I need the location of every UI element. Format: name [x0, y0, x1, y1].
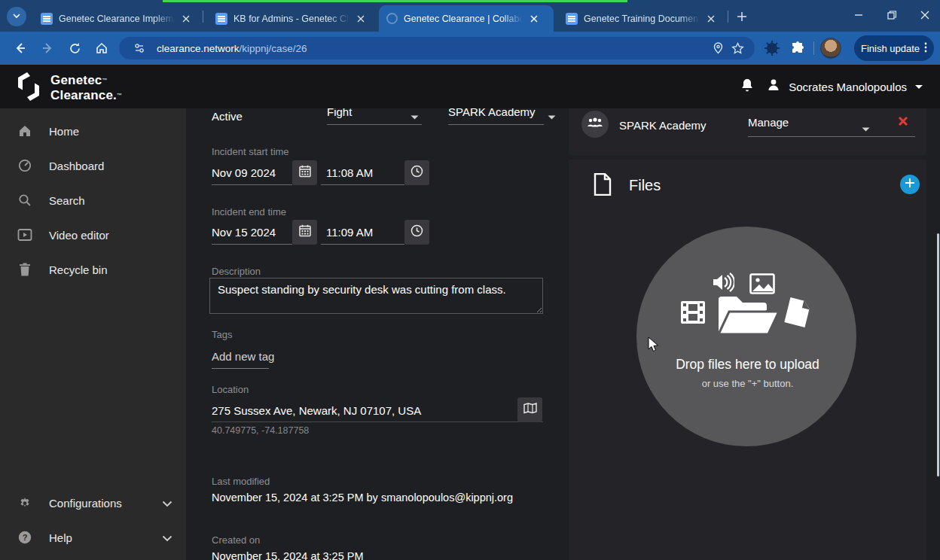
sidebar-item-dashboard[interactable]: Dashboard	[0, 148, 186, 183]
last-modified-value: November 15, 2024 at 3:25 PM by smanolop…	[212, 492, 513, 504]
svg-text:?: ?	[23, 533, 28, 542]
browser-profile-avatar[interactable]	[820, 38, 841, 59]
files-title: Files	[629, 177, 661, 194]
location-value: 275 Sussex Ave, Newark, NJ 07107, USA	[212, 404, 421, 417]
extensions-puzzle-icon[interactable]	[788, 38, 807, 58]
browser-window: Genetec Clearance Implementa KB for Admi…	[0, 0, 940, 560]
page-scrollbar-thumb[interactable]	[937, 233, 939, 476]
bookmark-star-icon[interactable]	[728, 38, 747, 58]
user-name[interactable]: Socrates Manolopoulos	[789, 81, 907, 93]
finish-update-label: Finish update	[861, 43, 920, 54]
tab-close-icon[interactable]	[527, 12, 541, 26]
adblock-extension-icon[interactable]	[762, 38, 782, 58]
incident-category-dropdown[interactable]: Fight	[327, 108, 422, 125]
url-text[interactable]: clearance.network/kippnj/case/26	[157, 43, 708, 54]
sidebar-item-video-editor[interactable]: Video editor	[0, 218, 186, 252]
location-field[interactable]: 275 Sussex Ave, Newark, NJ 07107, USA	[212, 397, 543, 422]
end-date-calendar-button[interactable]	[292, 220, 317, 245]
user-avatar-icon[interactable]	[766, 78, 781, 96]
start-date-calendar-button[interactable]	[292, 160, 317, 185]
sidebar-item-label: Video editor	[49, 229, 109, 242]
department-dropdown[interactable]: SPARK Academy	[448, 108, 544, 125]
description-label: Description	[212, 266, 261, 277]
forward-button[interactable]	[36, 37, 59, 59]
gear-icon	[17, 495, 33, 510]
brand-line2: Clearance.	[50, 88, 117, 102]
location-pin-icon[interactable]	[708, 38, 728, 58]
incident-start-date-field[interactable]: Nov 09 2024	[212, 160, 292, 185]
site-info-icon[interactable]	[130, 38, 149, 58]
tab-close-icon[interactable]	[704, 12, 718, 26]
tab-separator	[728, 11, 728, 23]
browser-tab-1[interactable]: Genetec Clearance Implementa	[33, 5, 199, 32]
group-people-icon	[587, 117, 603, 131]
search-icon	[17, 193, 33, 208]
created-on-label: Created on	[212, 534, 260, 546]
video-editor-icon	[17, 228, 33, 242]
incident-end-time: 11:09 AM	[326, 226, 373, 239]
description-textarea[interactable]: Suspect standing by security desk was cu…	[209, 278, 543, 314]
tab-title: KB for Admins - Genetec Cleara	[233, 14, 349, 24]
loading-favicon-icon	[386, 13, 398, 24]
toolbar-extensions-area	[762, 37, 841, 59]
kebab-menu-icon[interactable]	[924, 42, 927, 55]
new-tab-button[interactable]	[732, 7, 752, 26]
sidebar-item-label: Recycle bin	[49, 263, 108, 276]
clock-icon	[410, 165, 423, 181]
toolbar-separator	[813, 41, 814, 55]
genetec-logo-icon	[14, 71, 44, 105]
reload-button[interactable]	[63, 37, 86, 59]
finish-update-button[interactable]: Finish update	[854, 35, 934, 61]
chevron-down-icon	[162, 531, 172, 544]
tab-close-icon[interactable]	[179, 12, 193, 26]
sidebar-item-search[interactable]: Search	[0, 183, 186, 218]
trademark-symbol: ™	[102, 78, 108, 83]
browser-tab-3-active[interactable]: Genetec Clearance | Collaborati	[379, 5, 554, 32]
home-button[interactable]	[90, 37, 113, 59]
minimize-button[interactable]	[846, 3, 871, 27]
incident-start-time: 11:08 AM	[326, 166, 373, 179]
permission-level-dropdown[interactable]: Manage	[748, 113, 915, 137]
incident-category-value: Fight	[327, 108, 352, 118]
tab-search-button[interactable]	[7, 7, 26, 26]
sidebar-item-recycle-bin[interactable]: Recycle bin	[0, 252, 186, 287]
film-icon	[680, 300, 706, 327]
user-menu-caret-icon[interactable]	[914, 80, 923, 93]
start-time-clock-button[interactable]	[404, 160, 429, 185]
notifications-bell-icon[interactable]	[740, 78, 754, 96]
audio-icon	[712, 272, 734, 296]
url-host: clearance.network	[157, 43, 240, 54]
sidebar-item-label: Dashboard	[49, 160, 104, 172]
case-status-value: Active	[212, 110, 243, 123]
incident-start-time-field[interactable]: 11:08 AM	[321, 160, 404, 185]
incident-end-date-field[interactable]: Nov 15 2024	[212, 220, 292, 245]
sidebar-item-home[interactable]: Home	[0, 114, 186, 148]
add-tag-input[interactable]: Add new tag	[212, 348, 269, 369]
home-icon	[17, 123, 33, 138]
address-bar[interactable]: clearance.network/kippnj/case/26	[119, 37, 755, 59]
tags-label: Tags	[212, 329, 232, 340]
end-time-clock-button[interactable]	[404, 220, 429, 245]
sidebar-item-help[interactable]: ? Help	[0, 520, 186, 555]
browser-tab-4[interactable]: Genetec Training Documentatio	[558, 5, 724, 32]
clock-icon	[410, 224, 423, 240]
back-button[interactable]	[9, 37, 32, 59]
dashboard-gauge-icon	[17, 158, 33, 173]
restore-button[interactable]	[879, 3, 905, 27]
genetec-clearance-logo[interactable]: Genetec™ Clearance.™	[14, 71, 122, 105]
window-close-button[interactable]	[912, 3, 938, 27]
sidebar-item-configurations[interactable]: Configurations	[0, 485, 186, 520]
description-field-wrap: Suspect standing by security desk was cu…	[209, 278, 543, 314]
remove-permission-button[interactable]	[898, 116, 910, 128]
caret-down-icon	[862, 122, 870, 135]
plus-icon	[905, 178, 915, 191]
location-coordinates: 40.749775, -74.187758	[212, 425, 309, 436]
browser-tab-2[interactable]: KB for Admins - Genetec Cleara	[208, 5, 374, 32]
add-tag-placeholder: Add new tag	[212, 350, 274, 363]
add-file-button[interactable]	[900, 175, 920, 194]
tab-title: Genetec Training Documentatio	[584, 14, 700, 24]
incident-end-time-field[interactable]: 11:09 AM	[321, 220, 404, 245]
open-map-button[interactable]	[517, 397, 542, 422]
browser-tab-bar: Genetec Clearance Implementa KB for Admi…	[0, 0, 940, 32]
tab-close-icon[interactable]	[354, 12, 368, 26]
